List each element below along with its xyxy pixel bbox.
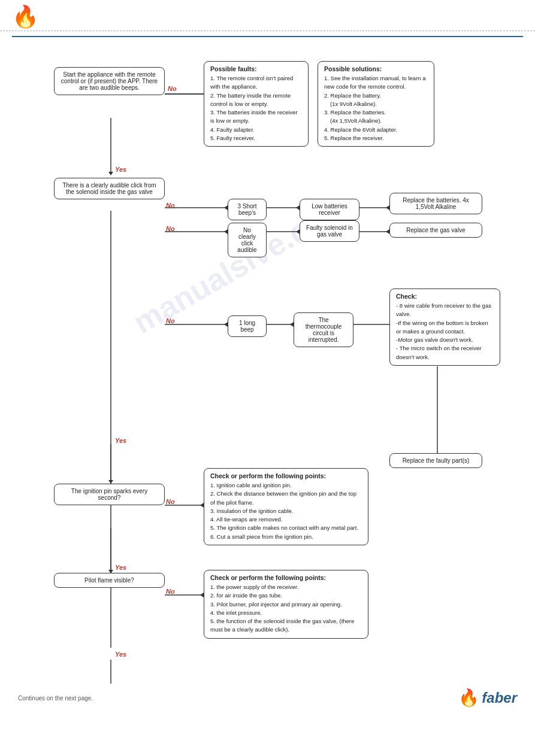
label-yes-start: Yes [115, 166, 126, 173]
replace-batteries-text: Replace the batteries. 4x 1,5Volt Alkali… [403, 197, 469, 210]
label-yes-ignition: Yes [115, 564, 126, 571]
label-yes-audible: Yes [115, 437, 126, 444]
replace-batteries-box: Replace the batteries. 4x 1,5Volt Alkali… [389, 193, 482, 214]
ignition-sparks-box: The ignition pin sparks every second? [54, 484, 165, 505]
thermocouple-box: The thermocouple circuit is interrupted. [294, 312, 353, 347]
header: 🔥 [0, 0, 535, 31]
audible-click-text: There is a clearly audible click from th… [62, 182, 156, 195]
short-beeps-text: 3 Short beep's [237, 203, 256, 216]
main-content: manualsive.com [0, 37, 535, 719]
replace-gas-valve-text: Replace the gas valve [406, 227, 465, 233]
replace-faulty-box: Replace the faulty part(s) [389, 453, 482, 468]
label-no-pilot: No [166, 588, 175, 595]
footer-text: Continues on the next page. [18, 695, 93, 702]
footer-flame-icon: 🔥 [458, 688, 479, 708]
thermocouple-text: The thermocouple circuit is interrupted. [306, 317, 342, 343]
no-click-box: No clearly click audible [228, 223, 267, 257]
check-pilot-box: Check or perform the following points: 1… [204, 570, 368, 639]
short-beeps-box: 3 Short beep's [228, 199, 267, 220]
label-no-start: No [168, 85, 177, 92]
pilot-flame-box: Pilot flame visible? [54, 573, 165, 588]
svg-marker-29 [108, 172, 113, 175]
possible-faults-box: Possible faults: 1. The remote control i… [204, 61, 309, 147]
faults-title: Possible faults: [210, 65, 302, 72]
label-no-long-beep: No [166, 317, 175, 324]
replace-faulty-text: Replace the faulty part(s) [403, 457, 470, 464]
low-batteries-box: Low batteries receiver [300, 199, 359, 220]
solutions-items: 1. See the installation manual, to learn… [324, 74, 428, 142]
replace-gas-valve-box: Replace the gas valve [389, 223, 482, 238]
check-ignition-items: 1. Ignition cable and ignition pin. 2. C… [210, 481, 362, 541]
possible-solutions-box: Possible solutions: 1. See the installat… [318, 61, 434, 147]
no-click-text: No clearly click audible [237, 227, 256, 253]
faults-items: 1. The remote control isn't paired with … [210, 74, 302, 142]
footer-logo: 🔥 faber [458, 688, 517, 708]
long-beep-text: 1 long beep [239, 320, 255, 333]
audible-click-box: There is a clearly audible click from th… [54, 178, 165, 199]
long-beep-box: 1 long beep [228, 315, 267, 337]
faulty-solenoid-box: Faulty solenoid in gas valve [300, 220, 359, 242]
start-box: Start the appliance with the remote cont… [54, 67, 165, 95]
check-wiring-box: Check: - 8 wire cable from receiver to t… [389, 289, 500, 366]
footer-logo-text: faber [482, 690, 517, 706]
check-wiring-items: - 8 wire cable from receiver to the gas … [396, 302, 494, 362]
check-pilot-items: 1. the power supply of the receiver. 2. … [210, 583, 362, 634]
flowchart: Start the appliance with the remote cont… [18, 49, 521, 708]
solutions-title: Possible solutions: [324, 65, 428, 72]
header-logo-flame: 🔥 [12, 6, 523, 28]
label-no-short-beeps: No [166, 202, 175, 209]
ignition-sparks-text: The ignition pin sparks every second? [71, 488, 147, 501]
check-ignition-box: Check or perform the following points: 1… [204, 468, 368, 545]
faulty-solenoid-text: Faulty solenoid in gas valve [306, 224, 353, 238]
check-pilot-title: Check or perform the following points: [210, 574, 362, 581]
label-yes-pilot: Yes [115, 651, 126, 658]
pilot-flame-text: Pilot flame visible? [84, 577, 134, 584]
check-wiring-title: Check: [396, 293, 494, 300]
label-no-ignition: No [166, 498, 175, 505]
label-no-no-click: No [166, 225, 175, 232]
check-ignition-title: Check or perform the following points: [210, 472, 362, 479]
low-batteries-text: Low batteries receiver [312, 203, 347, 216]
